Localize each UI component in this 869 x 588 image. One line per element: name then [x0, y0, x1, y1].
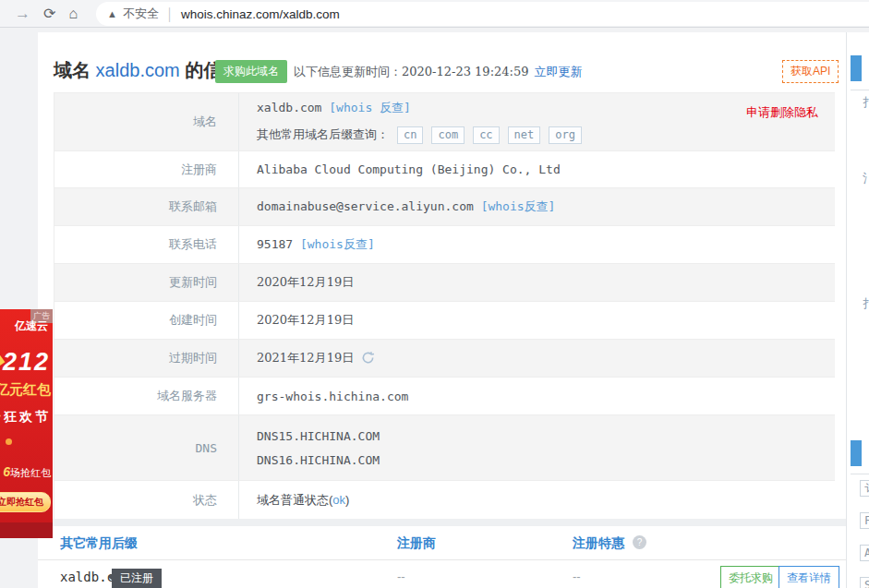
suffix-query-label: 其他常用域名后缀查询：: [257, 127, 389, 141]
suffix-net-button[interactable]: net: [508, 126, 541, 144]
suffix-cc-button[interactable]: cc: [473, 126, 499, 144]
registered-badge: 已注册: [112, 569, 162, 588]
row-label: DNS: [54, 415, 239, 480]
sidebar-clipped-link[interactable]: 扌: [863, 295, 869, 312]
title-domain-link[interactable]: xaldb.com: [96, 60, 180, 80]
sidebar-clipped-item[interactable]: 讠: [860, 480, 869, 497]
ad-brand: 亿速云: [15, 318, 48, 334]
update-label: 以下信息更新时间：: [294, 65, 402, 78]
title-prefix: 域名: [54, 60, 96, 80]
phone-value: 95187: [257, 237, 293, 251]
dns-value-1: DNS15.HICHINA.COM: [257, 429, 380, 443]
updated-date: 2020年12月19日: [257, 274, 835, 291]
row-label: 状态: [54, 481, 239, 519]
sidebar-clipped-item[interactable]: S: [860, 577, 869, 588]
email-value: domainabuse@service.aliyun.com: [257, 199, 474, 213]
table-row-dns: DNS DNS15.HICHINA.COM DNS16.HICHINA.COM: [54, 415, 835, 481]
col-header-promo: 注册特惠: [573, 535, 624, 552]
ad-red-packet-line: 亿元红包: [0, 381, 51, 399]
table-row-created: 创建时间 2020年12月19日: [54, 302, 835, 340]
row-label: 域名服务器: [54, 378, 239, 414]
suffix-cn-button[interactable]: cn: [397, 126, 423, 144]
entrust-buy-button[interactable]: 委托求购: [720, 566, 781, 588]
privacy-delete-link[interactable]: 申请删除隐私: [746, 104, 818, 121]
ad-grab-button[interactable]: 立即抢红包: [0, 492, 51, 512]
table-row-registrar: 注册商 Alibaba Cloud Computing (Beijing) Co…: [54, 151, 835, 188]
table-row-phone: 联系电话 95187 [whois反查]: [54, 226, 835, 264]
ad-banner[interactable]: 广告 亿速云 212 亿元红包 云狂欢节 6场抢红包 立即抢红包: [0, 309, 53, 538]
row-label: 更新时间: [54, 264, 239, 301]
created-date: 2020年12月19日: [257, 312, 835, 329]
address-bar[interactable]: ▲ 不安全 │ whois.chinaz.com/xaldb.com: [96, 2, 869, 26]
nameserver-value: grs-whois.hichina.com: [257, 390, 835, 403]
whois-reverse-link[interactable]: [whois 反查]: [329, 101, 411, 114]
row-label: 联系邮箱: [54, 188, 239, 225]
email-whois-link[interactable]: [whois反查]: [481, 199, 556, 213]
status-suffix: ): [345, 493, 349, 507]
view-details-button[interactable]: 查看详情: [778, 566, 839, 588]
sidebar-divider: [851, 474, 869, 474]
row-label: 域名: [54, 93, 239, 150]
reload-icon[interactable]: ⟳: [43, 5, 55, 22]
ad-festival-line: 云狂欢节: [0, 409, 51, 426]
ad-rounds-text: 场抢红包: [10, 467, 51, 478]
table-row-nameserver: 域名服务器 grs-whois.hichina.com: [54, 378, 835, 415]
url-text[interactable]: whois.chinaz.com/xaldb.com: [181, 7, 340, 21]
refresh-icon[interactable]: [361, 354, 375, 367]
table-row-domain: 域名 xaldb.com [whois 反查] 其他常用域名后缀查询：cncom…: [54, 93, 835, 151]
col-header-registrar: 注册商: [397, 535, 436, 552]
col-header-suffix: 其它常用后缀: [60, 535, 138, 552]
update-info: 以下信息更新时间：2020-12-23 19:24:59立即更新: [294, 64, 582, 80]
expires-date: 2021年12月19日: [257, 351, 354, 365]
sidebar-accent-bar: [851, 440, 862, 466]
sidebar-accent-bar: [851, 55, 862, 81]
row-label: 联系电话: [54, 226, 239, 263]
ad-big-number: 212: [3, 348, 50, 377]
address-separator: │: [166, 7, 174, 21]
sidebar-clipped-item[interactable]: F: [860, 512, 869, 529]
update-now-link[interactable]: 立即更新: [534, 65, 582, 78]
status-ok-link[interactable]: ok: [332, 493, 345, 507]
suffix-table-row: xaldb.com 已注册 -- -- 委托求购 查看详情: [38, 560, 846, 588]
status-prefix: 域名普通状态(: [257, 493, 332, 507]
sidebar-clipped-link[interactable]: 氵: [863, 171, 869, 187]
forward-icon[interactable]: →: [15, 5, 30, 23]
row-label: 过期时间: [54, 340, 239, 377]
sidebar-clipped-item[interactable]: A: [860, 545, 869, 561]
content-card: 域名 xaldb.com 的信息 求购此域名 以下信息更新时间：2020-12-…: [38, 32, 846, 588]
registrar-value: Alibaba Cloud Computing (Beijing) Co., L…: [257, 162, 835, 176]
ad-bottom-strip: [0, 522, 53, 538]
domain-value: xaldb.com: [257, 101, 321, 114]
sidebar-divider: [851, 90, 869, 90]
home-icon[interactable]: ⌂: [68, 6, 78, 22]
help-icon[interactable]: ?: [633, 535, 646, 549]
suffix-org-button[interactable]: org: [549, 126, 582, 144]
suffix-com-button[interactable]: com: [431, 126, 465, 144]
browser-toolbar: → ⟳ ⌂ ▲ 不安全 │ whois.chinaz.com/xaldb.com: [0, 0, 869, 28]
promo-dash: --: [573, 570, 581, 583]
registrar-dash: --: [397, 570, 405, 583]
row-label: 注册商: [54, 151, 239, 187]
table-row-updated: 更新时间 2020年12月19日: [54, 264, 835, 302]
suffix-section: 其它常用后缀 注册商 注册特惠 ? xaldb.com 已注册 -- -- 委托…: [38, 526, 846, 588]
section-divider: [38, 519, 846, 526]
update-timestamp: 2020-12-23 19:24:59: [402, 65, 528, 78]
security-warning-icon[interactable]: ▲: [107, 8, 117, 19]
ad-rounds-line: 6场抢红包: [3, 464, 51, 480]
table-row-email: 联系邮箱 domainabuse@service.aliyun.com [who…: [54, 188, 835, 226]
suffix-section-header: 其它常用后缀 注册商 注册特惠 ?: [38, 526, 846, 560]
table-row-status: 状态 域名普通状态(ok): [54, 481, 835, 520]
security-warning-label[interactable]: 不安全: [123, 6, 159, 22]
ad-decoration-dot: [6, 438, 12, 445]
table-row-expires: 过期时间 2021年12月19日: [54, 340, 835, 378]
page-header: 域名 xaldb.com 的信息 求购此域名 以下信息更新时间：2020-12-…: [38, 32, 846, 92]
get-api-button[interactable]: 获取API: [782, 60, 839, 83]
dns-value-2: DNS16.HICHINA.COM: [257, 453, 380, 467]
right-sidebar: 扌 氵 扌 讠 F A S: [846, 32, 869, 588]
row-label: 创建时间: [54, 302, 239, 339]
buy-domain-button[interactable]: 求购此域名: [215, 60, 287, 83]
whois-table: 域名 xaldb.com [whois 反查] 其他常用域名后缀查询：cncom…: [54, 92, 835, 520]
page-title: 域名 xaldb.com 的信息: [54, 58, 240, 83]
sidebar-clipped-link[interactable]: 扌: [863, 94, 869, 111]
phone-whois-link[interactable]: [whois反查]: [300, 237, 375, 251]
